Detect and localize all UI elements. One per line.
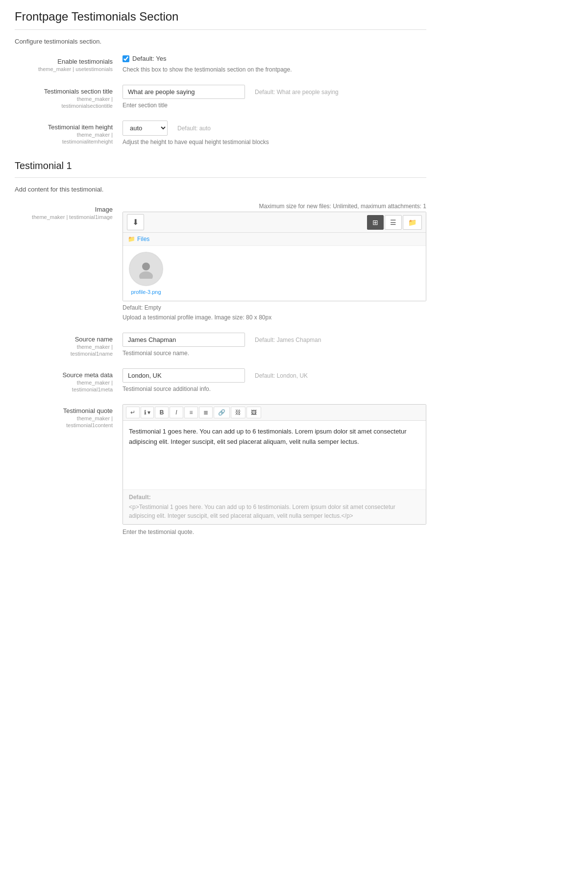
enable-sublabel: theme_maker | usetestimonials <box>15 66 113 72</box>
upload-button[interactable]: ⬇ <box>127 214 144 230</box>
dropdown-arrow-icon: ▾ <box>147 409 150 416</box>
enable-checkbox-row: Default: Yes <box>122 55 426 62</box>
quote-editor-content[interactable]: Testimonial 1 goes here. You can add up … <box>123 421 426 489</box>
quote-hint: Enter the testimonial quote. <box>122 529 426 535</box>
testimonial1-section-title: Testimonial 1 <box>15 160 426 178</box>
enable-checkbox[interactable] <box>122 55 129 62</box>
item-height-inline: auto 100px 150px 200px 250px 300px Defau… <box>122 121 426 136</box>
item-height-label: Testimonial item height <box>15 123 113 131</box>
image-hint: Upload a testimonial profile image. Imag… <box>122 314 426 321</box>
folder-view-button[interactable]: 📁 <box>403 215 422 230</box>
testimonial1-intro: Add content for this testimonial. <box>15 186 426 193</box>
quote-label: Testimonial quote <box>15 407 113 414</box>
section-title-default: Default: What are people saying <box>255 89 339 96</box>
grid-view-button[interactable]: ⊞ <box>367 215 384 230</box>
quote-field-col: ↵ ℹ ▾ B I ≡ ≣ 🔗 ⛓ 🖼 Testimonial 1 goes h… <box>122 404 426 535</box>
bold-button[interactable]: B <box>155 407 169 418</box>
image-button[interactable]: 🖼 <box>246 407 261 418</box>
source-meta-inline: Default: London, UK <box>122 368 426 383</box>
page-title: Frontpage Testimonials Section <box>15 10 426 30</box>
image-label: Image <box>15 206 113 213</box>
item-height-label-col: Testimonial item height theme_maker | te… <box>15 121 122 145</box>
info-dropdown-button[interactable]: ℹ ▾ <box>141 407 154 418</box>
list-view-button[interactable]: ☰ <box>385 215 402 230</box>
image-default: Default: Empty <box>122 304 426 311</box>
format-button[interactable]: ↵ <box>126 407 140 418</box>
enable-label: Enable testimonials <box>15 58 113 65</box>
enable-hint: Check this box to show the testimonials … <box>122 66 426 73</box>
file-name: profile-3.png <box>131 289 161 295</box>
source-meta-input[interactable] <box>122 368 245 383</box>
image-field-col: Maximum size for new files: Unlimited, m… <box>122 203 426 321</box>
ul-button[interactable]: ≡ <box>184 407 198 418</box>
source-name-inline: Default: James Chapman <box>122 333 426 347</box>
quote-default-label: Default: <box>129 494 420 501</box>
source-name-default: Default: James Chapman <box>255 337 321 343</box>
source-meta-sublabel2: testimonial1meta <box>15 387 113 392</box>
quote-row: Testimonial quote theme_maker | testimon… <box>15 404 426 535</box>
section-title-row: Testimonials section title theme_maker |… <box>15 85 426 109</box>
link-button[interactable]: 🔗 <box>214 407 230 418</box>
source-meta-hint: Testimonial source additional info. <box>122 386 426 392</box>
quote-default-block: Default: <p>Testimonial 1 goes here. You… <box>123 489 426 524</box>
source-meta-label-col: Source meta data theme_maker | testimoni… <box>15 368 122 392</box>
source-name-sublabel1: theme_maker | <box>15 344 113 350</box>
section-title-sublabel1: theme_maker | <box>15 96 113 102</box>
image-label-col: Image theme_maker | testimonial1image <box>15 203 122 220</box>
item-height-sublabel2: testimonialitemheight <box>15 139 113 145</box>
section-title-label-col: Testimonials section title theme_maker |… <box>15 85 122 109</box>
quote-sublabel2: testimonial1content <box>15 422 113 428</box>
enable-row: Enable testimonials theme_maker | usetes… <box>15 55 426 73</box>
image-row: Image theme_maker | testimonial1image Ma… <box>15 203 426 321</box>
source-name-label: Source name <box>15 336 113 343</box>
section-title-sublabel2: testimonialsectiontitle <box>15 103 113 109</box>
page-intro: Configure testimonials section. <box>15 38 426 45</box>
section-title-label: Testimonials section title <box>15 88 113 95</box>
files-link[interactable]: Files <box>137 236 149 242</box>
section-title-inline: Default: What are people saying <box>122 85 426 99</box>
unlink-button[interactable]: ⛓ <box>231 407 245 418</box>
max-size-info: Maximum size for new files: Unlimited, m… <box>122 203 426 210</box>
item-height-field-col: auto 100px 150px 200px 250px 300px Defau… <box>122 121 426 145</box>
profile-image-placeholder <box>129 252 163 286</box>
file-thumbnail-item[interactable]: profile-3.png <box>129 252 163 295</box>
source-name-field-col: Default: James Chapman Testimonial sourc… <box>122 333 426 357</box>
item-height-select[interactable]: auto 100px 150px 200px 250px 300px <box>122 121 168 136</box>
image-sublabel: theme_maker | testimonial1image <box>15 214 113 220</box>
source-meta-sublabel1: theme_maker | <box>15 380 113 386</box>
info-icon: ℹ <box>144 409 147 416</box>
item-height-sublabel1: theme_maker | <box>15 132 113 138</box>
enable-label-col: Enable testimonials theme_maker | usetes… <box>15 55 122 72</box>
source-meta-row: Source meta data theme_maker | testimoni… <box>15 368 426 392</box>
section-title-field-col: Default: What are people saying Enter se… <box>122 85 426 109</box>
rich-editor: ↵ ℹ ▾ B I ≡ ≣ 🔗 ⛓ 🖼 Testimonial 1 goes h… <box>122 404 426 525</box>
quote-default-text: <p>Testimonial 1 goes here. You can add … <box>129 503 420 520</box>
source-name-sublabel2: testimonial1name <box>15 351 113 357</box>
file-thumbnail-grid: profile-3.png <box>129 252 420 295</box>
source-name-hint: Testimonial source name. <box>122 350 426 357</box>
source-name-input[interactable] <box>122 333 245 347</box>
source-name-row: Source name theme_maker | testimonial1na… <box>15 333 426 357</box>
enable-field-col: Default: Yes Check this box to show the … <box>122 55 426 73</box>
quote-label-col: Testimonial quote theme_maker | testimon… <box>15 404 122 428</box>
svg-point-0 <box>142 263 150 270</box>
view-buttons: ⊞ ☰ 📁 <box>367 215 422 230</box>
file-manager-content: profile-3.png <box>123 246 426 301</box>
folder-icon: 📁 <box>128 236 135 242</box>
svg-point-1 <box>139 271 153 279</box>
section-title-hint: Enter section title <box>122 102 426 109</box>
item-height-row: Testimonial item height theme_maker | te… <box>15 121 426 145</box>
ol-button[interactable]: ≣ <box>199 407 213 418</box>
section-title-input[interactable] <box>122 85 245 99</box>
file-manager-toolbar: ⬇ ⊞ ☰ 📁 <box>123 212 426 233</box>
item-height-default: Default: auto <box>177 125 211 132</box>
enable-checkbox-label: Default: Yes <box>132 55 166 62</box>
italic-button[interactable]: I <box>170 407 183 418</box>
source-meta-label: Source meta data <box>15 371 113 379</box>
file-manager: ⬇ ⊞ ☰ 📁 📁 Files <box>122 212 426 301</box>
file-manager-breadcrumb: 📁 Files <box>123 233 426 246</box>
item-height-hint: Adjust the height to have equal height t… <box>122 139 426 145</box>
source-name-label-col: Source name theme_maker | testimonial1na… <box>15 333 122 357</box>
source-meta-field-col: Default: London, UK Testimonial source a… <box>122 368 426 392</box>
rich-editor-toolbar: ↵ ℹ ▾ B I ≡ ≣ 🔗 ⛓ 🖼 <box>123 405 426 421</box>
